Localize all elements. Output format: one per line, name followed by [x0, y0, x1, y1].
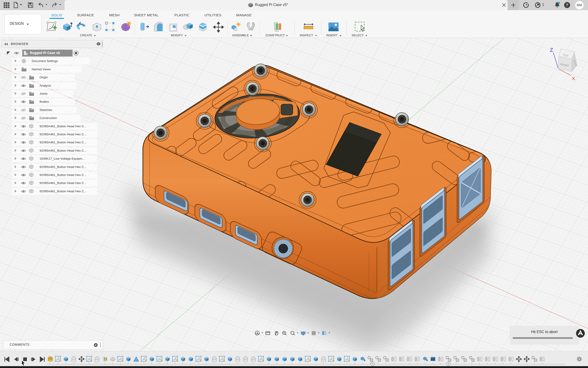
svg-text:?: ? — [566, 3, 568, 7]
svg-text:Z: Z — [550, 47, 553, 53]
svg-text:X: X — [572, 76, 575, 81]
